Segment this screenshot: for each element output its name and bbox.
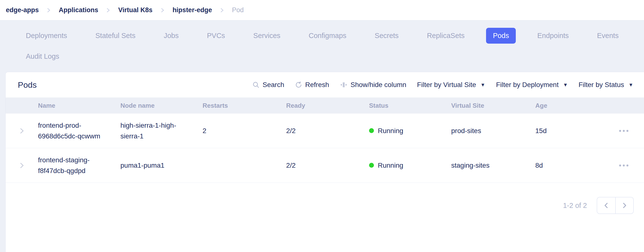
- cell-virtual-site: staging-sites: [451, 154, 535, 176]
- columns-icon: [340, 81, 348, 88]
- search-icon: [252, 81, 260, 88]
- tab-events[interactable]: Events: [590, 28, 626, 44]
- tab-audit-logs[interactable]: Audit Logs: [19, 48, 66, 64]
- panel-header: Pods Search Refresh Show/hide column: [6, 72, 644, 98]
- cell-restarts: 2: [202, 120, 286, 142]
- previous-page-button[interactable]: [597, 198, 615, 214]
- expand-row-chevron-icon[interactable]: [6, 162, 38, 169]
- filter-status-dropdown[interactable]: Filter by Status ▼: [578, 81, 633, 89]
- filter-virtual-site-label: Filter by Virtual Site: [417, 81, 476, 89]
- breadcrumb-item-hipster-edge[interactable]: hipster-edge: [172, 6, 212, 14]
- breadcrumb-item-pod: Pod: [232, 6, 244, 14]
- status-label: Running: [378, 126, 403, 136]
- tab-endpoints[interactable]: Endpoints: [530, 28, 576, 44]
- cell-node-name: puma1-puma1: [120, 154, 202, 176]
- column-header-ready: Ready: [286, 102, 369, 110]
- tab-bar: Deployments Stateful Sets Jobs PVCs Serv…: [0, 20, 644, 66]
- breadcrumb: edge-apps Applications Virtual K8s hipst…: [6, 6, 244, 14]
- caret-down-icon: ▼: [563, 82, 568, 88]
- tab-jobs[interactable]: Jobs: [157, 28, 186, 44]
- tab-pvcs[interactable]: PVCs: [200, 28, 232, 44]
- table-row: frontend-prod-6968d6c5dc-qcwwm high-sier…: [6, 114, 644, 148]
- pods-panel: Pods Search Refresh Show/hide column: [5, 72, 644, 252]
- table-row: frontend-staging-f8f47dcb-qgdpd puma1-pu…: [6, 148, 644, 183]
- breadcrumb-item-virtual-k8s[interactable]: Virtual K8s: [118, 6, 152, 14]
- pagination: 1-2 of 2: [6, 183, 644, 214]
- breadcrumb-item-edge-apps[interactable]: edge-apps: [6, 6, 39, 14]
- breadcrumb-item-applications[interactable]: Applications: [59, 6, 98, 14]
- row-menu-ellipsis-icon[interactable]: [618, 128, 629, 134]
- column-header-restarts: Restarts: [202, 102, 286, 110]
- search-label: Search: [262, 81, 284, 89]
- refresh-label: Refresh: [305, 81, 329, 89]
- caret-down-icon: ▼: [628, 82, 633, 88]
- pagination-range: 1-2 of 2: [563, 202, 587, 210]
- cell-age: 8d: [535, 154, 602, 176]
- column-header-age: Age: [535, 102, 602, 110]
- search-button[interactable]: Search: [252, 81, 284, 89]
- status-running-dot: [369, 163, 374, 168]
- cell-ready: 2/2: [286, 120, 369, 142]
- column-header-node-name: Node name: [120, 102, 202, 110]
- column-header-virtual-site: Virtual Site: [451, 102, 535, 110]
- refresh-button[interactable]: Refresh: [295, 81, 329, 89]
- cell-status: Running: [369, 154, 451, 176]
- table-header-row: Name Node name Restarts Ready Status Vir…: [6, 98, 644, 114]
- tab-row-1: Deployments Stateful Sets Jobs PVCs Serv…: [19, 28, 644, 44]
- tab-configmaps[interactable]: Configmaps: [302, 28, 353, 44]
- table-toolbar: Search Refresh Show/hide column Filter b…: [252, 81, 633, 89]
- tab-services[interactable]: Services: [246, 28, 287, 44]
- tab-pods[interactable]: Pods: [486, 28, 516, 44]
- show-hide-column-label: Show/hide column: [350, 81, 406, 89]
- column-header-status: Status: [369, 102, 451, 110]
- page-title: Pods: [18, 80, 37, 90]
- cell-node-name: high-sierra-1-high-sierra-1: [120, 114, 202, 147]
- row-menu-ellipsis-icon[interactable]: [618, 162, 629, 169]
- tab-row-2: Audit Logs: [19, 47, 644, 66]
- pagination-controls: [597, 197, 634, 214]
- tab-replicasets[interactable]: ReplicaSets: [420, 28, 472, 44]
- cell-age: 15d: [535, 120, 602, 142]
- status-running-dot: [369, 128, 374, 133]
- cell-status: Running: [369, 120, 451, 142]
- column-header-name: Name: [38, 102, 120, 110]
- cell-pod-name: frontend-prod-6968d6c5dc-qcwwm: [38, 114, 120, 147]
- cell-pod-name: frontend-staging-f8f47dcb-qgdpd: [38, 149, 120, 182]
- show-hide-column-button[interactable]: Show/hide column: [340, 81, 406, 89]
- caret-down-icon: ▼: [480, 82, 485, 88]
- row-actions: [602, 162, 644, 169]
- status-label: Running: [378, 160, 403, 170]
- chevron-right-icon: [106, 8, 110, 13]
- cell-ready: 2/2: [286, 154, 369, 176]
- tab-deployments[interactable]: Deployments: [19, 28, 74, 44]
- chevron-right-icon: [47, 8, 50, 13]
- chevron-right-icon: [220, 8, 224, 13]
- breadcrumb-bar: edge-apps Applications Virtual K8s hipst…: [0, 0, 644, 20]
- expand-row-chevron-icon[interactable]: [6, 127, 38, 134]
- refresh-icon: [295, 81, 302, 88]
- tab-stateful-sets[interactable]: Stateful Sets: [88, 28, 142, 44]
- filter-deployment-dropdown[interactable]: Filter by Deployment ▼: [496, 81, 568, 89]
- cell-restarts: [202, 160, 286, 171]
- chevron-right-icon: [161, 8, 164, 13]
- tab-secrets[interactable]: Secrets: [368, 28, 405, 44]
- next-page-button[interactable]: [615, 198, 633, 214]
- filter-deployment-label: Filter by Deployment: [496, 81, 559, 89]
- filter-virtual-site-dropdown[interactable]: Filter by Virtual Site ▼: [417, 81, 485, 89]
- row-actions: [602, 128, 644, 134]
- filter-status-label: Filter by Status: [578, 81, 624, 89]
- cell-virtual-site: prod-sites: [451, 120, 535, 142]
